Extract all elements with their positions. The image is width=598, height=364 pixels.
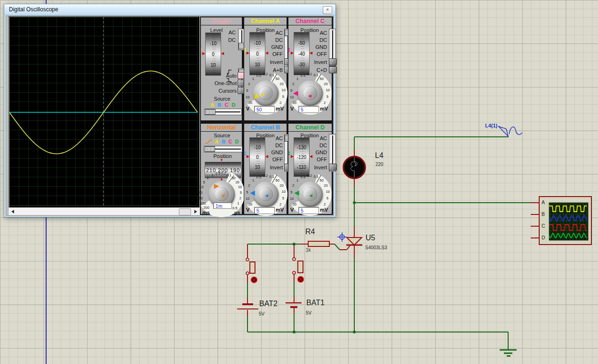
source-slider-handle[interactable] — [205, 146, 215, 152]
knob-pointer-icon: ▶ — [294, 191, 299, 197]
thyristor-ref-label[interactable]: U5 — [366, 234, 375, 242]
knob-pointer-icon: ▶ — [250, 191, 255, 197]
dc-label: DC — [225, 37, 236, 43]
close-button[interactable]: ✕ — [323, 6, 332, 14]
source-label: Source — [212, 96, 232, 102]
lamp-L4[interactable] — [343, 157, 365, 178]
mini-scope-pin-d-label: D — [542, 235, 545, 240]
trigger-panel: Trigger Level -10 0 10 ▶ ◀ ▲▼ AC DC — [200, 17, 242, 121]
channel-c-header: Channel C — [288, 17, 332, 25]
resistor-value-label[interactable]: 1k — [306, 247, 311, 253]
thyristor-value-label[interactable]: S4003LS3 — [365, 245, 387, 250]
channel-c-position-scale[interactable]: -50 -40 -30 — [294, 32, 310, 75]
channel-a-scale-value[interactable]: 50 — [254, 106, 275, 113]
channel-c-scale-value[interactable]: 5 — [298, 106, 319, 113]
channel-d-invert-button[interactable] — [329, 164, 337, 171]
scale-right-marker-icon: ◀ — [221, 52, 224, 55]
channel-d-position-scale[interactable]: -130 -120 -110 — [294, 137, 310, 177]
knob-pointer-small-icon: ▶ — [308, 94, 311, 99]
knob-pointer-icon: ▶ — [214, 183, 219, 189]
voltage-probe-L4-1[interactable] — [499, 127, 522, 136]
horizontal-header: Horizontal — [201, 124, 242, 132]
channel-b-scale-value[interactable]: 5 — [254, 207, 275, 214]
scroll-right-arrow[interactable] — [192, 208, 200, 215]
origin-crosshair-icon — [337, 232, 347, 242]
knob-pointer-small-icon: ▶ — [309, 193, 312, 199]
channel-d-drag-arrow-icon[interactable]: ▲▼ — [287, 150, 291, 156]
channel-b-position-scale[interactable]: -10 0 10 — [249, 137, 265, 177]
horizontal-source-slider[interactable] — [204, 146, 242, 152]
trigger-header: Trigger — [201, 17, 242, 25]
channel-a-gain-knob[interactable] — [253, 80, 279, 106]
scale-left-marker-icon: ▶ — [247, 155, 249, 158]
window-title: Digital Oscilloscope — [9, 6, 58, 13]
resistor-ref-label[interactable]: R4 — [305, 228, 315, 236]
trigger-source-slider[interactable] — [204, 109, 242, 115]
battery2-ref-label[interactable]: BAT2 — [259, 300, 278, 308]
lamp-value-label[interactable]: 220 — [375, 162, 383, 167]
mini-scope-pin-b-label: B — [542, 211, 545, 217]
probe-label[interactable]: L4(1) — [485, 123, 497, 128]
scale-left-marker-icon: ▶ — [291, 155, 294, 158]
one-shot-label: One-Shot — [207, 80, 237, 86]
battery1-value-label[interactable]: 5V — [306, 310, 311, 316]
source-d-label: D — [234, 139, 240, 144]
window-titlebar[interactable]: Digital Oscilloscope ✕ — [4, 4, 335, 15]
battery2-value-label[interactable]: 5V — [259, 311, 264, 317]
scale-left-marker-icon: ▶ — [247, 51, 249, 55]
control-panels: Trigger Level -10 0 10 ▶ ◀ ▲▼ AC DC — [200, 16, 333, 215]
trigger-drag-arrow-icon[interactable]: ▲▼ — [200, 47, 203, 53]
mini-scope-pin-a-label: A — [542, 199, 545, 205]
dial-top-marker-icon: ▼ — [220, 158, 223, 162]
channel-d-panel: Channel D Position -130 -120 -110 ▶ ◀ ▲▼… — [288, 123, 332, 214]
channel-d-header: Channel D — [288, 124, 332, 132]
scrollbar-thumb[interactable] — [179, 208, 191, 215]
source-slider-handle[interactable] — [205, 109, 215, 115]
channel-a-header: Channel A — [244, 17, 287, 25]
horizontal-panel: Horizontal Source A B C D Position ▼ 210… — [200, 123, 242, 214]
channel-b-drag-arrow-icon[interactable]: ▲▼ — [243, 150, 247, 156]
channel-a-position-scale[interactable]: -10 0 10 — [249, 32, 265, 75]
oscilloscope-body: Trigger Level -10 0 10 ▶ ◀ ▲▼ AC DC — [6, 16, 334, 216]
source-d-label: D — [231, 102, 237, 108]
source-b-label: B — [216, 102, 223, 108]
channel-c-drag-arrow-icon[interactable]: ▲▼ — [287, 47, 291, 53]
battery-BAT1[interactable] — [286, 303, 302, 307]
cursors-label: Cursors — [207, 88, 237, 94]
ac-label: AC — [225, 30, 236, 35]
close-icon: ✕ — [326, 8, 329, 12]
channel-c-panel: Channel C Position -50 -40 -30 ▶ ◀ ▲▼ AC… — [288, 17, 332, 121]
dial-bottom-marker-icon: ▲ — [220, 177, 223, 181]
proteus-schematic-canvas: { "window": { "title": "Digital Oscillos… — [0, 0, 598, 364]
channel-c-invert-button[interactable] — [329, 58, 337, 65]
resistor-R4[interactable] — [308, 241, 329, 246]
channel-a-drag-arrow-icon[interactable]: ▲▼ — [243, 47, 247, 53]
source-a-label: A — [214, 139, 220, 144]
mini-scope-pin-c-label: C — [542, 223, 545, 229]
channel-a-panel: Channel A Position -10 0 10 ▶ ◀ ▲▼ AC DC… — [244, 17, 287, 121]
display-scrollbar[interactable] — [8, 207, 200, 215]
channel-c-gain-knob[interactable] — [297, 80, 323, 106]
thyristor-U5[interactable] — [346, 237, 362, 245]
source-c-label: C — [227, 139, 233, 144]
channel-d-scale-value[interactable]: 5 — [298, 207, 319, 214]
scale-left-marker-icon: ▶ — [291, 51, 294, 55]
source-c-label: C — [223, 102, 230, 108]
mini-scope-component[interactable] — [539, 197, 591, 245]
scroll-left-arrow[interactable] — [9, 208, 17, 215]
channel-c-sum-button[interactable] — [329, 66, 337, 73]
oscilloscope-window: Digital Oscilloscope ✕ — [4, 4, 336, 217]
scope-display — [8, 16, 200, 209]
knob-pointer-icon: ▶ — [293, 91, 298, 97]
channel-b-panel: Channel B Position -10 0 10 ▶ ◀ ▲▼ AC DC… — [244, 123, 287, 214]
battery1-ref-label[interactable]: BAT1 — [306, 299, 325, 307]
ground-symbol[interactable] — [500, 350, 517, 356]
sweep-edge-icon — [205, 139, 213, 144]
channel-b-header: Channel B — [244, 124, 287, 132]
source-b-label: B — [221, 139, 227, 144]
timebase-value[interactable]: 1m — [213, 202, 232, 209]
source-a-label: A — [209, 102, 215, 108]
lamp-ref-label[interactable]: L4 — [375, 151, 383, 160]
trigger-level-scale[interactable]: -10 0 10 — [205, 32, 221, 76]
battery-BAT2[interactable] — [237, 304, 258, 309]
